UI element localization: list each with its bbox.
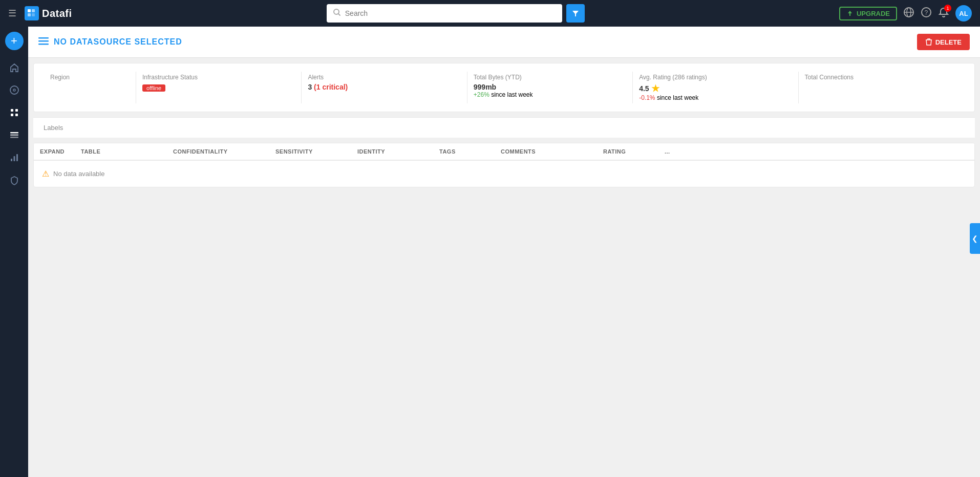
bytes-label: Total Bytes (YTD) [474,74,626,81]
logo-icon [25,6,39,20]
sidebar-item-charts[interactable] [4,147,25,168]
rating-change: -0.1% [639,94,655,101]
info-card-alerts: Alerts 3 (1 critical) [302,72,467,103]
alerts-label: Alerts [308,74,460,81]
bytes-since: +26% since last week [474,91,626,98]
notification-badge: 1 [944,5,951,12]
no-data-message: No data available [53,170,104,178]
svg-marker-6 [572,11,579,16]
rating-label: Avg. Rating (286 ratings) [639,74,792,81]
col-tags: TAGS [433,148,495,155]
page-header: NO DATASOURCE SELECTED DELETE [28,27,980,58]
svg-rect-19 [10,135,18,136]
labels-row: Labels [33,117,975,138]
page-title: NO DATASOURCE SELECTED [54,37,182,47]
search-wrap [78,4,833,23]
page-header-left: NO DATASOURCE SELECTED [38,36,182,48]
topnav: ☰ Datafi [0,0,980,27]
warning-icon: ⚠ [42,169,49,179]
rating-value: 4.5 ★ [639,83,792,94]
table-wrap: EXPAND TABLE CONFIDENTIALITY SENSITIVITY… [33,143,975,187]
search-bar [327,4,562,23]
right-panel-chevron-icon: ❮ [972,234,978,243]
logo: Datafi [25,6,72,20]
svg-point-12 [10,86,18,94]
globe-icon[interactable] [903,7,914,20]
sidebar-item-explore[interactable] [4,80,25,100]
connections-label: Total Connections [805,74,958,81]
main-content: NO DATASOURCE SELECTED DELETE Region Inf… [28,27,980,477]
svg-rect-25 [38,40,49,42]
sidebar: + [0,27,28,477]
svg-rect-26 [38,44,49,45]
infra-status-badge: offline [142,84,165,92]
col-rating: RATING [597,148,658,155]
col-sensitivity: SENSITIVITY [269,148,351,155]
bytes-value: 999mb [474,83,626,91]
col-expand: EXPAND [34,148,75,155]
alerts-value: 3 (1 critical) [308,83,460,91]
info-card-bytes: Total Bytes (YTD) 999mb +26% since last … [467,72,633,103]
col-table: TABLE [75,148,167,155]
sidebar-item-home[interactable] [4,57,25,78]
topnav-right: UPGRADE ? 1 AL [839,5,972,21]
rating-since: -0.1% since last week [639,94,792,101]
svg-rect-24 [38,37,49,39]
svg-rect-1 [32,9,35,12]
bytes-change: +26% [474,91,489,98]
table-header: EXPAND TABLE CONFIDENTIALITY SENSITIVITY… [34,143,974,161]
svg-rect-16 [11,114,13,116]
svg-rect-17 [15,114,18,116]
info-card-infra-status: Infrastructure Status offline [136,72,302,103]
svg-rect-23 [16,154,18,161]
svg-rect-15 [15,109,18,112]
hamburger-icon[interactable]: ☰ [8,8,16,19]
info-card-region: Region [44,72,136,103]
table-body: ⚠ No data available [34,161,974,187]
sidebar-item-shield[interactable] [4,170,25,190]
col-actions: ... [658,148,679,155]
svg-rect-0 [28,9,31,12]
svg-rect-21 [11,159,12,161]
col-comments: COMMENTS [495,148,597,155]
sidebar-item-tables[interactable] [4,125,25,145]
help-icon[interactable]: ? [921,7,932,20]
col-identity: IDENTITY [351,148,433,155]
search-icon [333,8,341,18]
svg-rect-22 [13,156,15,161]
upgrade-button[interactable]: UPGRADE [839,7,897,20]
info-cards: Region Infrastructure Status offline Ale… [33,63,975,112]
labels-label: Labels [44,124,63,132]
svg-text:?: ? [925,9,928,16]
svg-rect-20 [10,137,18,138]
sidebar-add-button[interactable]: + [5,32,24,50]
sidebar-item-apps[interactable] [4,102,25,123]
star-icon: ★ [651,83,659,94]
delete-button[interactable]: DELETE [917,34,970,50]
svg-rect-3 [32,13,35,16]
col-confidentiality: CONFIDENTIALITY [167,148,269,155]
no-data-row: ⚠ No data available [42,169,966,179]
svg-rect-14 [11,109,13,112]
search-input[interactable] [345,9,556,17]
region-label: Region [50,74,130,81]
header-menu-icon [38,36,49,48]
svg-rect-2 [28,13,31,16]
filter-button[interactable] [566,4,585,23]
infra-status-label: Infrastructure Status [142,74,295,81]
svg-line-5 [338,14,340,16]
svg-point-13 [13,89,15,91]
info-card-connections: Total Connections [799,72,964,103]
info-card-rating: Avg. Rating (286 ratings) 4.5 ★ -0.1% si… [633,72,798,103]
logo-text: Datafi [42,8,72,19]
avatar[interactable]: AL [955,5,972,21]
svg-rect-18 [10,132,18,134]
notifications-icon[interactable]: 1 [938,7,949,20]
right-panel-toggle[interactable]: ❮ [970,223,980,254]
alerts-critical: (1 critical) [314,83,348,91]
